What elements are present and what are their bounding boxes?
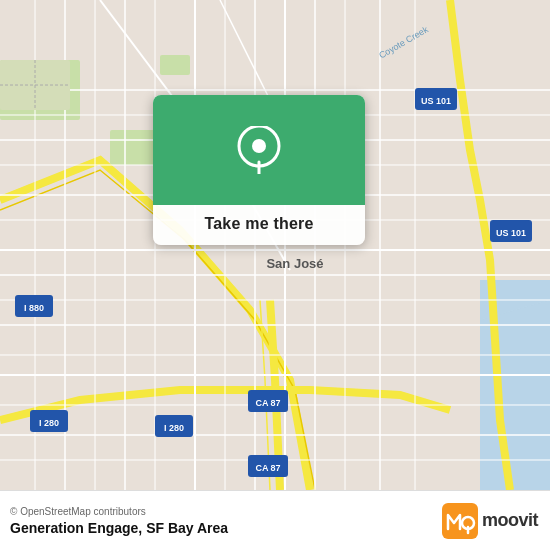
location-name: Generation Engage, SF Bay Area bbox=[10, 520, 228, 536]
moovit-logo: moovit bbox=[442, 503, 538, 539]
location-pin-icon bbox=[235, 126, 283, 174]
svg-text:CA 87: CA 87 bbox=[255, 463, 280, 473]
svg-rect-5 bbox=[110, 130, 155, 165]
svg-point-54 bbox=[252, 139, 266, 153]
svg-text:US 101: US 101 bbox=[496, 228, 526, 238]
svg-text:CA 87: CA 87 bbox=[255, 398, 280, 408]
map-svg: I 880 I 280 I 280 US 101 US 101 CA 87 CA… bbox=[0, 0, 550, 490]
bottom-left: © OpenStreetMap contributors Generation … bbox=[10, 506, 228, 536]
copyright-text: © OpenStreetMap contributors bbox=[10, 506, 228, 517]
card-bottom: Take me there bbox=[153, 205, 365, 245]
bottom-bar: © OpenStreetMap contributors Generation … bbox=[0, 490, 550, 550]
svg-text:US 101: US 101 bbox=[421, 96, 451, 106]
map-container: I 880 I 280 I 280 US 101 US 101 CA 87 CA… bbox=[0, 0, 550, 490]
card-top bbox=[153, 95, 365, 205]
take-me-there-button[interactable]: Take me there bbox=[204, 215, 313, 233]
svg-rect-4 bbox=[160, 55, 190, 75]
svg-text:I 280: I 280 bbox=[164, 423, 184, 433]
svg-text:I 280: I 280 bbox=[39, 418, 59, 428]
svg-text:San José: San José bbox=[266, 256, 323, 271]
svg-text:I 880: I 880 bbox=[24, 303, 44, 313]
moovit-icon bbox=[442, 503, 478, 539]
location-card: Take me there bbox=[153, 95, 365, 245]
moovit-text: moovit bbox=[482, 510, 538, 531]
